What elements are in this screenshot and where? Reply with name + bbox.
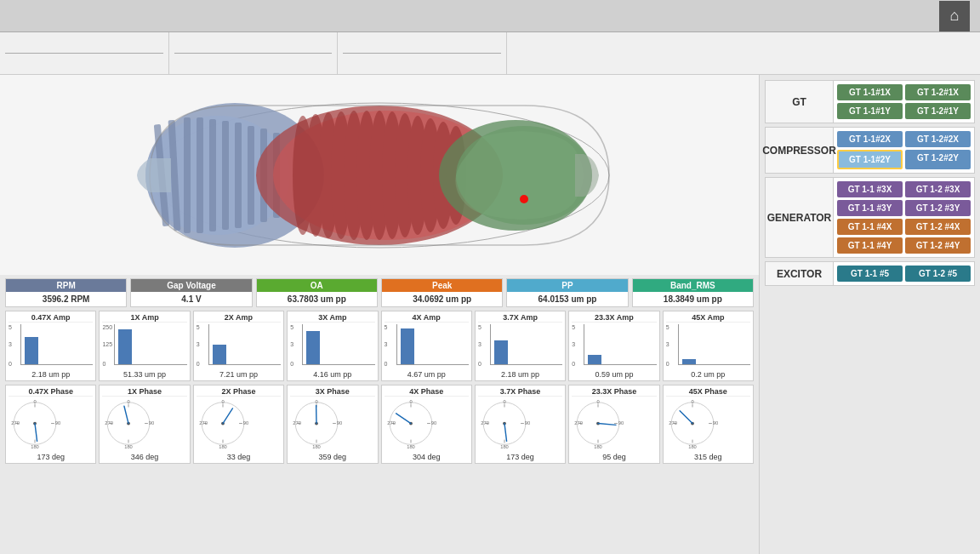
svg-text:90: 90 <box>149 420 154 425</box>
section-btn-1-3[interactable]: GT 1-2#2Y <box>905 150 971 169</box>
section-btn-0-3[interactable]: GT 1-2#1Y <box>905 103 971 119</box>
phase-card-0: 0.47X Phase 0 90 180 270 173 deg <box>5 385 96 464</box>
svg-text:270: 270 <box>481 420 489 425</box>
svg-rect-6 <box>197 117 203 233</box>
phase-value: 346 deg <box>102 453 186 461</box>
phase-value: 315 deg <box>666 453 750 461</box>
metric-card-5: Band_RMS 18.3849 um pp <box>632 278 754 307</box>
savetype-cell <box>169 32 339 74</box>
section-excitor: EXCITORGT 1-1 #5GT 1-2 #5 <box>765 261 975 286</box>
svg-text:0: 0 <box>316 399 318 404</box>
phase-value: 95 deg <box>572 453 656 461</box>
svg-text:180: 180 <box>594 444 602 449</box>
amp-bar <box>306 331 320 364</box>
phase-title: 23.3X Phase <box>572 387 656 397</box>
amp-title: 0.47X Amp <box>9 313 93 323</box>
phase-card-6: 23.3X Phase 0 90 180 270 95 deg <box>568 385 659 464</box>
svg-text:180: 180 <box>125 444 134 449</box>
section-btn-2-1[interactable]: GT 1-2 #3X <box>905 181 971 197</box>
phase-title: 3X Phase <box>290 387 374 397</box>
phase-dial: 0 90 180 270 <box>9 398 61 451</box>
svg-text:180: 180 <box>407 444 415 449</box>
phase-dial: 0 90 180 270 <box>102 398 155 451</box>
section-gt: GTGT 1-1#1XGT 1-2#1XGT 1-1#1YGT 1-2#1Y <box>765 80 975 123</box>
amp-value: 2.18 um pp <box>9 370 93 379</box>
phase-dial: 0 90 180 270 <box>666 398 719 451</box>
metric-card-3: Peak 34.0692 um pp <box>381 278 503 307</box>
amp-value: 4.16 um pp <box>290 370 374 379</box>
phase-card-4: 4X Phase 0 90 180 270 304 deg <box>381 385 472 464</box>
section-btn-3-1[interactable]: GT 1-2 #5 <box>905 266 971 282</box>
metric-value: 34.0692 um pp <box>387 294 497 304</box>
svg-point-30 <box>520 195 528 203</box>
amp-card-1: 1X Amp 250 125 0 51.33 um pp <box>99 311 190 381</box>
section-btn-2-0[interactable]: GT 1-1 #3X <box>837 181 903 197</box>
metric-label: Band_RMS <box>633 279 753 292</box>
metric-value: 4.1 V <box>136 294 246 304</box>
metric-value: 64.0153 um pp <box>512 294 622 304</box>
section-btn-1-2[interactable]: GT 1-1#2Y <box>837 150 903 169</box>
svg-text:90: 90 <box>243 420 248 425</box>
svg-text:270: 270 <box>669 420 677 425</box>
metrics-row: RPM 3596.2 RPM Gap Voltage 4.1 V OA 63.7… <box>5 278 754 307</box>
metric-label: Gap Voltage <box>131 279 251 292</box>
phase-title: 3.7X Phase <box>478 387 562 397</box>
svg-text:90: 90 <box>618 420 624 425</box>
amp-card-7: 45X Amp 5 3 0 0.2 um pp <box>663 311 754 381</box>
amp-title: 23.3X Amp <box>572 313 656 323</box>
section-btn-3-0[interactable]: GT 1-1 #5 <box>837 266 903 282</box>
section-btn-2-7[interactable]: GT 1-2 #4Y <box>905 237 971 254</box>
metric-label: RPM <box>6 279 126 292</box>
amp-bar <box>401 328 414 364</box>
section-label-1: COMPRESSOR <box>766 128 834 173</box>
phase-value: 359 deg <box>290 453 374 461</box>
sections-container: GTGT 1-1#1XGT 1-2#1XGT 1-1#1YGT 1-2#1YCO… <box>765 80 975 549</box>
section-btn-0-1[interactable]: GT 1-2#1X <box>905 84 971 100</box>
amp-title: 4X Amp <box>385 313 469 323</box>
svg-text:90: 90 <box>525 420 530 425</box>
phase-card-2: 2X Phase 0 90 180 270 33 deg <box>193 385 284 464</box>
info-bar <box>0 32 980 75</box>
svg-text:90: 90 <box>712 420 717 425</box>
metric-value: 63.7803 um pp <box>262 294 372 304</box>
turbine-area <box>0 75 759 275</box>
svg-text:0: 0 <box>33 399 36 404</box>
section-btn-2-5[interactable]: GT 1-2 #4X <box>905 219 971 235</box>
svg-text:180: 180 <box>31 444 39 449</box>
phase-card-3: 3X Phase 0 90 180 270 359 deg <box>287 385 378 464</box>
section-btn-0-2[interactable]: GT 1-1#1Y <box>837 103 903 119</box>
amp-bar <box>213 345 226 364</box>
svg-text:0: 0 <box>503 399 505 404</box>
section-btn-2-4[interactable]: GT 1-1 #4X <box>837 219 903 235</box>
svg-text:90: 90 <box>430 420 436 425</box>
amp-card-5: 3.7X Amp 5 3 0 2.18 um pp <box>475 311 566 381</box>
amp-title: 1X Amp <box>102 313 186 323</box>
svg-rect-7 <box>209 119 216 231</box>
section-btn-2-3[interactable]: GT 1-2 #3Y <box>905 200 971 216</box>
amp-value: 7.21 um pp <box>197 370 281 379</box>
amp-card-6: 23.3X Amp 5 3 0 0.59 um pp <box>568 311 659 381</box>
amp-value: 0.2 um pp <box>666 370 750 379</box>
amp-bar <box>682 359 696 364</box>
home-button[interactable]: ⌂ <box>939 1 970 31</box>
section-label-2: GENERATOR <box>766 178 834 257</box>
section-btn-2-6[interactable]: GT 1-1 #4Y <box>837 237 903 254</box>
metric-card-2: OA 63.7803 um pp <box>256 278 378 307</box>
section-btn-0-0[interactable]: GT 1-1#1X <box>837 84 903 100</box>
phase-title: 4X Phase <box>385 387 469 397</box>
section-btn-2-2[interactable]: GT 1-1 #3Y <box>837 200 903 216</box>
phase-value: 173 deg <box>478 453 562 461</box>
section-label-3: EXCITOR <box>766 262 834 285</box>
amp-bar <box>118 329 132 364</box>
section-compressor: COMPRESSORGT 1-1#2XGT 1-2#2XGT 1-1#2YGT … <box>765 127 975 174</box>
phase-title: 0.47X Phase <box>9 387 93 397</box>
amp-bar <box>494 340 508 364</box>
amp-card-0: 0.47X Amp 5 3 0 2.18 um pp <box>5 311 96 381</box>
section-btn-1-0[interactable]: GT 1-1#2X <box>837 131 903 147</box>
svg-text:270: 270 <box>293 420 301 425</box>
amp-bar <box>25 337 38 364</box>
svg-text:270: 270 <box>105 420 114 425</box>
section-btn-1-1[interactable]: GT 1-2#2X <box>905 131 971 147</box>
svg-text:180: 180 <box>500 444 509 449</box>
amp-bar <box>588 355 601 364</box>
